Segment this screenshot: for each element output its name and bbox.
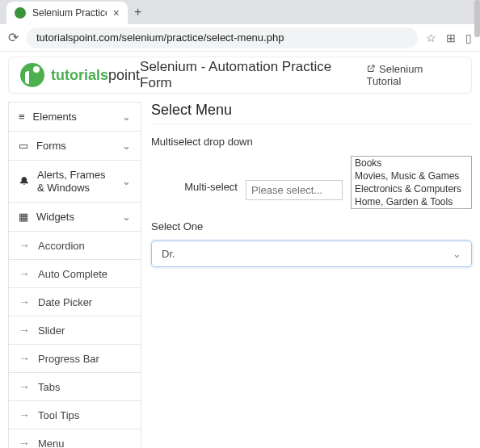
sidebar-item-menu[interactable]: →Menu <box>8 429 141 448</box>
multiselect-listbox[interactable]: Books Movies, Music & Games Electronics … <box>351 156 472 209</box>
close-icon[interactable]: × <box>113 7 120 19</box>
extensions-icon[interactable]: ⊞ <box>446 31 456 44</box>
arrow-right-icon: → <box>19 239 30 252</box>
page-header: tutorialspoint Selenium - Automation Pra… <box>8 57 472 94</box>
list-item[interactable]: Movies, Music & Games <box>352 170 471 182</box>
sidebar-item-datepicker[interactable]: →Date Picker <box>8 287 141 316</box>
arrow-right-icon: → <box>19 437 30 448</box>
sidebar-item-label: Slider <box>38 324 65 337</box>
selectone-label: Select One <box>151 220 472 232</box>
arrow-right-icon: → <box>19 408 30 421</box>
bell-icon: 🔔︎ <box>19 175 29 187</box>
sidebar-label: Alerts, Frames & Windows <box>37 169 114 194</box>
selectone-dropdown[interactable]: Dr. ⌄ <box>151 241 472 267</box>
address-bar-row: ⟳ tutorialspoint.com/selenium/practice/s… <box>0 24 480 52</box>
new-tab-button[interactable]: + <box>134 5 141 24</box>
sidebar-group-elements[interactable]: ≡ Elements ⌄ <box>8 102 141 132</box>
grid-icon: ▦ <box>19 211 28 223</box>
brand-green: tutorials <box>51 67 108 83</box>
selectone-value: Dr. <box>162 248 175 260</box>
external-link-icon <box>366 64 376 73</box>
brand[interactable]: tutorialspoint <box>20 63 140 87</box>
sidebar: ≡ Elements ⌄ ▭ Forms ⌄ 🔔︎ Alerts, Frames… <box>8 102 141 448</box>
main-content: Select Menu Multiselect drop down Multi-… <box>151 102 472 448</box>
sidebar-item-slider[interactable]: →Slider <box>8 316 141 345</box>
list-item[interactable]: Electronics & Computers <box>352 182 471 195</box>
arrow-right-icon: → <box>19 295 30 308</box>
arrow-right-icon: → <box>19 352 30 365</box>
arrow-right-icon: → <box>19 267 30 280</box>
favicon <box>15 7 26 19</box>
chevron-down-icon: ⌄ <box>453 248 461 260</box>
sidebar-item-label: Auto Complete <box>38 268 107 280</box>
arrow-right-icon: → <box>19 380 30 393</box>
sidebar-item-label: Tool Tips <box>38 409 79 421</box>
arrow-right-icon: → <box>19 324 30 337</box>
sidebar-item-label: Progress Bar <box>38 353 99 365</box>
list-icon: ≡ <box>19 111 25 123</box>
sidebar-item-label: Accordion <box>38 240 85 252</box>
scrollbar-thumb[interactable] <box>474 0 480 37</box>
sidebar-group-widgets[interactable]: ▦ Widgets ⌄ <box>8 202 141 232</box>
sidebar-group-alerts[interactable]: 🔔︎ Alerts, Frames & Windows ⌄ <box>8 160 141 203</box>
content-heading: Select Menu <box>151 102 472 124</box>
sidebar-item-label: Tabs <box>38 381 60 393</box>
profile-icon[interactable]: ▯ <box>465 31 472 44</box>
chevron-down-icon: ⌄ <box>122 175 131 187</box>
sidebar-label: Elements <box>33 111 77 123</box>
sidebar-group-forms[interactable]: ▭ Forms ⌄ <box>8 131 141 161</box>
multiselect-heading: Multiselect drop down <box>151 136 472 148</box>
sidebar-item-accordion[interactable]: →Accordion <box>8 231 141 260</box>
reload-icon[interactable]: ⟳ <box>8 30 19 45</box>
tutorial-link[interactable]: Selenium Tutorial <box>366 63 460 87</box>
chevron-down-icon: ⌄ <box>122 211 131 223</box>
list-item[interactable]: Home, Garden & Tools <box>352 195 471 208</box>
brand-black: point <box>108 67 140 83</box>
sidebar-label: Widgets <box>36 211 74 223</box>
address-bar[interactable]: tutorialspoint.com/selenium/practice/sel… <box>27 27 418 48</box>
star-icon[interactable]: ☆ <box>426 31 436 44</box>
sidebar-label: Forms <box>36 140 66 152</box>
tab-title: Selenium Practice - Select M <box>32 7 107 19</box>
sidebar-item-label: Date Picker <box>38 296 92 308</box>
url-text: tutorialspoint.com/selenium/practice/sel… <box>36 31 284 44</box>
multiselect-label: Multi-select <box>184 178 238 193</box>
browser-tab[interactable]: Selenium Practice - Select M × <box>6 2 128 24</box>
form-icon: ▭ <box>19 140 28 152</box>
browser-tabstrip: Selenium Practice - Select M × + <box>0 0 480 24</box>
sidebar-item-label: Menu <box>38 438 65 448</box>
sidebar-item-progressbar[interactable]: →Progress Bar <box>8 344 141 373</box>
chevron-down-icon: ⌄ <box>122 140 131 152</box>
sidebar-item-tooltips[interactable]: →Tool Tips <box>8 400 141 429</box>
multiselect-input[interactable] <box>246 180 343 200</box>
page-title: Selenium - Automation Practice Form <box>140 59 366 91</box>
logo-icon <box>20 63 44 87</box>
sidebar-item-autocomplete[interactable]: →Auto Complete <box>8 259 141 288</box>
list-item[interactable]: Books <box>352 157 471 170</box>
sidebar-item-tabs[interactable]: →Tabs <box>8 372 141 401</box>
chevron-down-icon: ⌄ <box>122 111 131 123</box>
